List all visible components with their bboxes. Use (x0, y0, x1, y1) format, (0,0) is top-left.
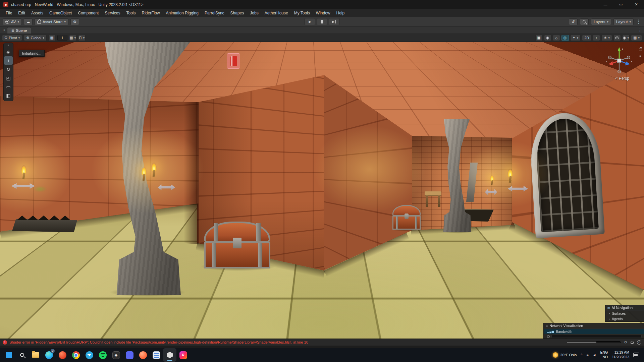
tool-handle-rotation-dropdown[interactable]: ⊕ Global ▾ (24, 35, 47, 41)
gizmos-dropdown[interactable]: ▦▾ (631, 35, 642, 41)
rect-tool-button[interactable]: ▭ (4, 82, 13, 91)
cloud-services-button[interactable]: ☁ (24, 18, 33, 25)
menu-window[interactable]: Window (313, 10, 333, 16)
grid-snap-toggle[interactable]: ▦ (48, 35, 56, 41)
scene-viewport[interactable]: ≡ ◈ + ↻ ◰ ▭ ◧ Initializing... y x z < Pe… (0, 42, 644, 339)
menu-help[interactable]: Help (333, 10, 348, 16)
pane-grid-icon[interactable]: ∷ (3, 28, 5, 32)
menu-gameobject[interactable]: GameObject (46, 10, 75, 16)
render-doc-button[interactable]: ▣ (535, 35, 543, 41)
menu-edit[interactable]: Edit (15, 10, 28, 16)
camera-cycle-dropdown[interactable]: ◉▾ (622, 35, 630, 41)
ai-navigation-surfaces-row[interactable]: ▸ Surfaces (605, 311, 644, 316)
tool-handle-pivot-dropdown[interactable]: ⊙ Pivot ▾ (2, 35, 22, 41)
orientation-gizmo[interactable]: y x z (603, 44, 635, 76)
wall-torch[interactable] (140, 167, 148, 182)
scene-visibility-toggle[interactable] (613, 35, 621, 41)
grid-size-input[interactable] (57, 35, 67, 41)
network-visualization-header[interactable]: ≡ Network Visualization (544, 323, 644, 329)
toolbar-overflow-icon[interactable]: ⋮ (636, 18, 641, 25)
menu-riderflow[interactable]: RiderFlow (139, 10, 163, 16)
refresh-icon[interactable]: ↻ (624, 340, 627, 345)
language-switcher[interactable]: ENG NO (600, 350, 608, 359)
menu-assets[interactable]: Assets (28, 10, 46, 16)
weather-widget[interactable]: 26°F Oslo (553, 352, 577, 358)
wall-torch[interactable] (366, 165, 374, 180)
barred-window[interactable] (528, 111, 605, 238)
wall-torch[interactable] (20, 165, 28, 181)
asset-store-button[interactable]: Asset Store ▾ (35, 18, 68, 25)
hidden-icons-button[interactable]: ^ (581, 353, 582, 357)
minimize-button[interactable]: — (598, 0, 613, 9)
unity-hub-button[interactable]: ◆ (109, 348, 123, 362)
move-tool-button[interactable]: + (4, 56, 13, 65)
scene-audio-toggle[interactable]: ♪ (593, 35, 600, 41)
ai-navigation-agents-row[interactable]: ▸ Agents (605, 316, 644, 321)
notification-bell-icon[interactable] (631, 341, 634, 344)
brave-browser-button[interactable] (56, 348, 69, 362)
status-check-icon[interactable]: ✓ (637, 340, 641, 345)
effects-dropdown[interactable]: ✶▾ (570, 35, 581, 41)
rider-button[interactable]: R (176, 348, 190, 362)
scene-lighting-toggle[interactable]: ☼ (553, 35, 560, 41)
menu-my-tools[interactable]: My Tools (291, 10, 313, 16)
notification-center-icon[interactable] (633, 353, 639, 357)
status-bar[interactable]: ! Shader error in 'Hidden/Enviro/BlitTro… (0, 339, 644, 346)
menu-file[interactable]: File (3, 10, 15, 16)
network-filter-row[interactable] (544, 334, 644, 339)
skybox-toggle[interactable]: ◎ (561, 35, 569, 41)
wall-torch[interactable] (489, 175, 495, 186)
layers-dropdown[interactable]: Layers ▾ (591, 18, 611, 25)
menu-tools[interactable]: Tools (123, 10, 139, 16)
snap-increment-dropdown[interactable]: ⊓▾ (78, 35, 86, 41)
file-explorer-button[interactable] (29, 348, 42, 362)
view-tool-button[interactable]: ◈ (4, 48, 13, 56)
ai-navigation-header[interactable]: ▦ AI Navigation (605, 305, 644, 311)
perspective-mode-label[interactable]: < Persp (615, 76, 629, 81)
pane-menu-icon[interactable]: ⋮ (638, 28, 642, 33)
overlay-drag-handle[interactable]: ≡ (4, 44, 13, 47)
spiked-slab[interactable] (12, 216, 77, 232)
network-filter-input[interactable] (551, 335, 642, 338)
scale-tool-button[interactable]: ◰ (4, 74, 13, 82)
undo-history-button[interactable]: ↺ (569, 18, 578, 25)
account-dropdown[interactable]: AV ▾ (3, 18, 22, 25)
scene-gizmo-billboard-icon[interactable] (227, 53, 240, 69)
play-button[interactable]: ▶ (305, 18, 315, 25)
menu-component[interactable]: Component (75, 10, 102, 16)
close-button[interactable]: ✕ (629, 0, 644, 9)
step-button[interactable]: ▶ (329, 18, 339, 25)
unity-editor-button[interactable] (163, 348, 176, 362)
taskbar-search-button[interactable] (15, 348, 29, 362)
rotate-tool-button[interactable]: ↻ (4, 65, 13, 73)
start-button[interactable] (2, 348, 15, 362)
menu-services[interactable]: Services (102, 10, 123, 16)
settings-button[interactable]: ⚙ (70, 18, 79, 25)
menu-jobs[interactable]: Jobs (247, 10, 261, 16)
network-icon[interactable]: ≈ (587, 353, 589, 357)
text-editor-button[interactable] (150, 348, 163, 362)
menu-shapes[interactable]: Shapes (227, 10, 247, 16)
chrome-browser-button[interactable] (69, 348, 83, 362)
clock[interactable]: 12:19 AM 11/20/2023 (612, 350, 629, 359)
tab-scene[interactable]: ▦ Scene (7, 27, 31, 34)
menu-animation-rigging[interactable]: Animation Rigging (163, 10, 202, 16)
pause-button[interactable] (317, 18, 327, 25)
menu-aetherhouse[interactable]: AetherHouse (262, 10, 291, 16)
spotify-button[interactable] (96, 348, 109, 362)
wall-torch[interactable] (150, 163, 158, 178)
wooden-stool[interactable] (425, 191, 441, 209)
console-error-message[interactable]: Shader error in 'Hidden/Enviro/BlitTroug… (9, 340, 308, 344)
volume-icon[interactable]: ◄ (593, 353, 596, 357)
scene-camera-button[interactable]: ◉ (544, 35, 551, 41)
app-button[interactable] (136, 348, 150, 362)
search-button[interactable] (580, 18, 589, 25)
telegram-button[interactable] (83, 348, 96, 362)
lock-icon[interactable] (639, 49, 642, 51)
scene-fx-dropdown[interactable]: ∗▾ (601, 35, 612, 41)
treasure-chest-large[interactable] (204, 222, 270, 268)
edge-browser-button[interactable]: 2 (42, 348, 56, 362)
wall-torch[interactable] (506, 169, 514, 184)
menu-parrelsync[interactable]: ParrelSync (202, 10, 227, 16)
bandwidth-row[interactable]: ▂▄▆ Bandwidth (544, 329, 644, 334)
